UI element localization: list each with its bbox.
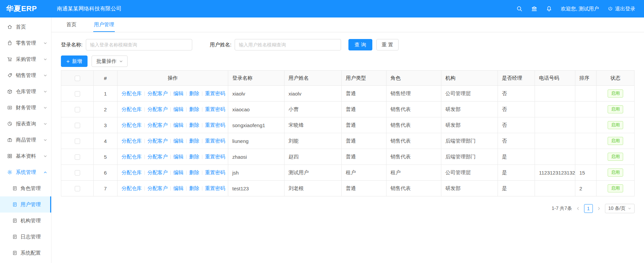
cell-user-type: 普通 (342, 86, 386, 102)
assign-warehouse-link[interactable]: 分配仓库 (122, 170, 142, 175)
row-checkbox[interactable] (75, 123, 80, 128)
row-checkbox[interactable] (75, 186, 80, 191)
reset-password-link[interactable]: 重置密码 (205, 185, 225, 191)
assign-customer-link[interactable]: 分配客户 (147, 154, 168, 159)
assign-customer-link[interactable]: 分配客户 (147, 90, 168, 96)
sidebar-subitem-user[interactable]: 用户管理 (0, 196, 51, 213)
sidebar-item-retail[interactable]: 零售管理 (0, 35, 51, 51)
next-page-button[interactable] (597, 206, 601, 211)
table-row: 5分配仓库分配客户编辑删除重置密码zhaosi赵四普通销售代表后端管理部门是启用 (61, 149, 635, 165)
logout-button[interactable]: 退出登录 (608, 6, 635, 12)
cell-operations: 分配仓库分配客户编辑删除重置密码 (117, 117, 228, 133)
delete-link[interactable]: 删除 (189, 185, 199, 191)
reset-password-link[interactable]: 重置密码 (205, 106, 225, 112)
reset-password-link[interactable]: 重置密码 (205, 154, 225, 159)
sidebar-item-purchase[interactable]: 采购管理 (0, 51, 51, 67)
sidebar-item-system[interactable]: 系统管理 (0, 164, 51, 180)
cell-status: 启用 (597, 181, 635, 196)
sidebar-item-warehouse[interactable]: 仓库管理 (0, 83, 51, 100)
chevron-down-icon (119, 60, 123, 63)
operation-divider (186, 123, 187, 127)
delete-link[interactable]: 删除 (189, 138, 199, 144)
search-icon[interactable] (516, 6, 522, 12)
sidebar-subitem-org[interactable]: 机构管理 (0, 213, 51, 229)
select-all-checkbox[interactable] (75, 76, 80, 81)
page-size-select[interactable]: 10 条/页 (605, 204, 635, 213)
edit-link[interactable]: 编辑 (173, 90, 183, 96)
cell-login-name: xiaocao (228, 102, 284, 117)
sidebar-item-home[interactable]: 首页 (0, 19, 51, 35)
cell-status: 启用 (597, 117, 635, 133)
sidebar-subitem-role[interactable]: 角色管理 (0, 180, 51, 196)
query-button[interactable]: 查 询 (348, 39, 372, 50)
edit-link[interactable]: 编辑 (173, 170, 183, 175)
delete-link[interactable]: 删除 (189, 122, 199, 128)
home-icon (7, 24, 12, 30)
assign-warehouse-link[interactable]: 分配仓库 (122, 122, 142, 128)
sidebar-item-sale[interactable]: 销售管理 (0, 67, 51, 83)
sidebar-item-basic[interactable]: 基本资料 (0, 148, 51, 164)
operation-divider (186, 107, 187, 112)
sidebar-subitem-label: 角色管理 (21, 185, 41, 192)
sidebar-item-finance[interactable]: 财务管理 (0, 100, 51, 116)
assign-warehouse-link[interactable]: 分配仓库 (122, 185, 142, 191)
sidebar-item-report[interactable]: 报表查询 (0, 116, 51, 132)
batch-operations-button[interactable]: 批量操作 (92, 55, 128, 67)
user-name-input[interactable] (235, 39, 341, 50)
edit-link[interactable]: 编辑 (173, 138, 183, 144)
bell-icon[interactable] (546, 6, 552, 12)
column-header: 角色 (386, 71, 441, 86)
assign-customer-link[interactable]: 分配客户 (147, 122, 168, 128)
row-checkbox[interactable] (75, 154, 80, 160)
sidebar-subitem-config[interactable]: 系统配置 (0, 245, 51, 261)
sidebar-item-goods[interactable]: 商品管理 (0, 132, 51, 148)
row-checkbox[interactable] (75, 170, 80, 176)
topbar-actions: 欢迎您, 测试用户 退出登录 (516, 6, 644, 12)
cell-checkbox (61, 86, 94, 102)
cell-phone (535, 149, 575, 165)
assign-customer-link[interactable]: 分配客户 (147, 106, 168, 112)
assign-warehouse-link[interactable]: 分配仓库 (122, 106, 142, 112)
welcome-user[interactable]: 欢迎您, 测试用户 (561, 6, 599, 12)
sidebar-item-label: 财务管理 (16, 105, 43, 111)
sidebar-subitem-log[interactable]: 日志管理 (0, 229, 51, 245)
row-checkbox[interactable] (75, 139, 80, 144)
tab-home[interactable]: 首页 (66, 17, 77, 32)
reset-password-link[interactable]: 重置密码 (205, 138, 225, 144)
delete-link[interactable]: 删除 (189, 170, 199, 175)
row-checkbox[interactable] (75, 91, 80, 97)
prev-page-button[interactable] (576, 206, 580, 211)
reset-button[interactable]: 重 置 (376, 39, 399, 50)
reset-password-link[interactable]: 重置密码 (205, 170, 225, 175)
reset-password-link[interactable]: 重置密码 (205, 122, 225, 128)
assign-customer-link[interactable]: 分配客户 (147, 170, 168, 175)
cell-login-name: liuneng (228, 133, 284, 149)
operation-divider (144, 139, 145, 143)
edit-link[interactable]: 编辑 (173, 154, 183, 159)
delete-link[interactable]: 删除 (189, 90, 199, 96)
assign-warehouse-link[interactable]: 分配仓库 (122, 154, 142, 159)
assign-customer-link[interactable]: 分配客户 (147, 185, 168, 191)
edit-link[interactable]: 编辑 (173, 185, 183, 191)
cell-login-name: xiaolv (228, 86, 284, 102)
chevron-down-icon (43, 41, 47, 45)
plus-icon: + (66, 59, 70, 64)
operation-divider (186, 91, 187, 96)
chevron-down-icon (43, 154, 47, 158)
tab-user[interactable]: 用户管理 (93, 17, 115, 32)
delete-link[interactable]: 删除 (189, 154, 199, 159)
cell-phone (535, 133, 575, 149)
delete-link[interactable]: 删除 (189, 106, 199, 112)
assign-warehouse-link[interactable]: 分配仓库 (122, 90, 142, 96)
reset-password-link[interactable]: 重置密码 (205, 90, 225, 96)
assign-warehouse-link[interactable]: 分配仓库 (122, 138, 142, 144)
current-page-button[interactable]: 1 (584, 204, 593, 213)
add-button[interactable]: + 新增 (61, 55, 88, 67)
column-header: 电话号码 (535, 71, 575, 86)
edit-link[interactable]: 编辑 (173, 106, 183, 112)
login-name-input[interactable] (86, 39, 192, 50)
edit-link[interactable]: 编辑 (173, 122, 183, 128)
assign-customer-link[interactable]: 分配客户 (147, 138, 168, 144)
bank-icon[interactable] (531, 6, 537, 12)
row-checkbox[interactable] (75, 107, 80, 112)
